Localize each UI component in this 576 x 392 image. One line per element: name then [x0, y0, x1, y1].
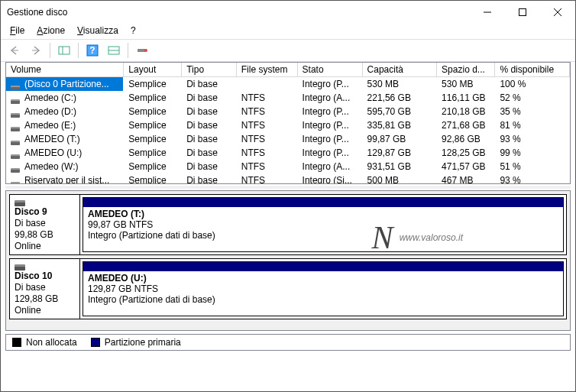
- cell-free: 471,57 GB: [437, 160, 495, 173]
- disk-type: Di base: [15, 218, 75, 228]
- volume-row[interactable]: Amedeo (D:)SempliceDi baseNTFSIntegro (P…: [6, 105, 570, 118]
- help-button[interactable]: ?: [83, 41, 102, 60]
- partition-box[interactable]: AMEDEO (T:)99,87 GB NTFSIntegro (Partizi…: [83, 197, 564, 252]
- col-layout[interactable]: Layout: [124, 63, 182, 77]
- volume-row[interactable]: AMEDEO (U:)SempliceDi baseNTFSIntegro (P…: [6, 146, 570, 160]
- minimize-button[interactable]: [470, 1, 505, 24]
- view-bottom-button[interactable]: [105, 41, 123, 60]
- cell-fs: NTFS: [236, 118, 297, 132]
- col-percent[interactable]: % disponibile: [495, 63, 570, 77]
- cell-stato: Integro (P...: [297, 132, 362, 146]
- cell-free: 92,86 GB: [437, 132, 495, 146]
- cell-tipo: Di base: [182, 160, 237, 173]
- partition-name: AMEDEO (T:): [88, 209, 558, 219]
- partition-header: [83, 198, 563, 207]
- cell-fs: NTFS: [236, 132, 297, 146]
- cell-stato: Integro (Si...: [297, 173, 362, 184]
- disk-size: 99,88 GB: [15, 229, 75, 240]
- col-tipo[interactable]: Tipo: [182, 63, 237, 77]
- legend-primary-icon: [91, 338, 100, 347]
- cell-pct: 35 %: [495, 105, 570, 118]
- partition-info: 129,87 GB NTFS: [88, 283, 558, 294]
- cell-layout: Semplice: [124, 146, 182, 160]
- cell-cap: 931,51 GB: [362, 160, 437, 173]
- volume-row[interactable]: AMEDEO (T:)SempliceDi baseNTFSIntegro (P…: [6, 132, 570, 146]
- cell-cap: 530 MB: [362, 77, 437, 92]
- cell-pct: 100 %: [495, 77, 570, 92]
- menu-help[interactable]: ?: [125, 24, 142, 39]
- legend-unallocated: Non allocata: [26, 337, 77, 348]
- menu-file[interactable]: File: [4, 24, 31, 39]
- volume-name: (Disco 0 Partizione...: [24, 79, 109, 89]
- volume-name: Riservato per il sist...: [24, 175, 109, 184]
- cell-stato: Integro (P...: [297, 105, 362, 118]
- svg-text:?: ?: [89, 45, 95, 56]
- volume-row[interactable]: Amedeo (C:)SempliceDi baseNTFSIntegro (A…: [6, 91, 570, 105]
- disk-status: Online: [15, 241, 75, 251]
- cell-stato: Integro (P...: [297, 146, 362, 160]
- column-headers: Volume Layout Tipo File system Stato Cap…: [6, 63, 570, 77]
- settings-button[interactable]: [133, 41, 151, 60]
- cell-cap: 221,56 GB: [362, 91, 437, 105]
- disk-row[interactable]: Disco 9Di base99,88 GBOnlineAMEDEO (T:)9…: [9, 194, 567, 255]
- view-split-button[interactable]: [55, 41, 73, 60]
- svg-rect-1: [519, 9, 526, 16]
- cell-tipo: Di base: [182, 146, 237, 160]
- cell-layout: Semplice: [124, 132, 182, 146]
- partition-info: 99,87 GB NTFS: [88, 219, 558, 230]
- volume-name: AMEDEO (U:): [24, 147, 82, 158]
- cell-tipo: Di base: [182, 77, 237, 92]
- volume-icon: [11, 151, 21, 157]
- disk-graphical-view[interactable]: Disco 9Di base99,88 GBOnlineAMEDEO (T:)9…: [5, 190, 571, 331]
- cell-fs: NTFS: [236, 173, 297, 184]
- cell-fs: NTFS: [236, 146, 297, 160]
- cell-layout: Semplice: [124, 105, 182, 118]
- maximize-button[interactable]: [505, 1, 540, 24]
- cell-fs: NTFS: [236, 160, 297, 173]
- disk-row[interactable]: Disco 10Di base129,88 GBOnlineAMEDEO (U:…: [9, 258, 567, 319]
- col-spazio[interactable]: Spazio d...: [437, 63, 495, 77]
- disk-type: Di base: [15, 282, 75, 293]
- cell-cap: 595,70 GB: [362, 105, 437, 118]
- cell-cap: 335,81 GB: [362, 118, 437, 132]
- splitter[interactable]: [5, 186, 571, 189]
- svg-rect-12: [138, 49, 145, 52]
- menu-visualizza[interactable]: Visualizza: [71, 24, 125, 39]
- volume-name: Amedeo (C:): [24, 92, 76, 103]
- disk-name: Disco 10: [15, 271, 75, 281]
- col-stato[interactable]: Stato: [297, 63, 362, 77]
- cell-pct: 93 %: [495, 132, 570, 146]
- volume-name: Amedeo (W:): [24, 161, 78, 172]
- volume-row[interactable]: Amedeo (W:)SempliceDi baseNTFSIntegro (A…: [6, 160, 570, 173]
- toolbar: ?: [1, 39, 575, 62]
- disk-icon: [15, 198, 25, 204]
- volume-icon: [11, 123, 21, 129]
- volume-icon: [11, 109, 21, 115]
- col-filesystem[interactable]: File system: [236, 63, 297, 77]
- forward-button[interactable]: [27, 41, 45, 60]
- cell-tipo: Di base: [182, 132, 237, 146]
- cell-pct: 93 %: [495, 173, 570, 184]
- disk-icon: [15, 262, 25, 268]
- toolbar-separator: [50, 43, 50, 58]
- col-volume[interactable]: Volume: [6, 63, 124, 77]
- volume-list[interactable]: Volume Layout Tipo File system Stato Cap…: [5, 62, 571, 184]
- cell-free: 116,11 GB: [437, 91, 495, 105]
- volume-row[interactable]: Riservato per il sist...SempliceDi baseN…: [6, 173, 570, 184]
- menu-azione[interactable]: Azione: [31, 24, 71, 39]
- partition-box[interactable]: AMEDEO (U:)129,87 GB NTFSIntegro (Partiz…: [83, 261, 564, 316]
- volume-row[interactable]: Amedeo (E:)SempliceDi baseNTFSIntegro (P…: [6, 118, 570, 132]
- legend-unallocated-icon: [12, 338, 21, 347]
- volume-icon: [11, 82, 21, 88]
- disk-size: 129,88 GB: [15, 293, 75, 304]
- back-button[interactable]: [5, 41, 24, 60]
- cell-cap: 99,87 GB: [362, 132, 437, 146]
- disk-label: Disco 9Di base99,88 GBOnline: [10, 195, 80, 254]
- close-button[interactable]: [540, 1, 575, 24]
- cell-pct: 81 %: [495, 118, 570, 132]
- cell-free: 210,18 GB: [437, 105, 495, 118]
- partition-status: Integro (Partizione dati di base): [88, 294, 558, 305]
- volume-row[interactable]: (Disco 0 Partizione...SempliceDi baseInt…: [6, 77, 570, 92]
- partition-header: [83, 262, 563, 271]
- col-capacita[interactable]: Capacità: [362, 63, 437, 77]
